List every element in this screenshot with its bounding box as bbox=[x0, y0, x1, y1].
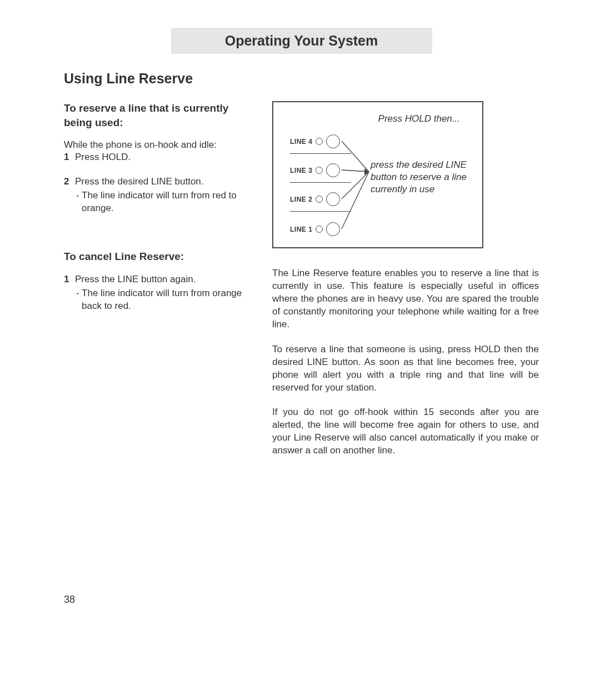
cancel-step-1: 1 Press the LINE button again. bbox=[64, 274, 247, 285]
cancel-step-1-sub: - The line indicator will turn from oran… bbox=[82, 287, 247, 313]
svg-line-2 bbox=[342, 172, 369, 199]
header-band: Operating Your System bbox=[171, 28, 432, 54]
reserve-step-2-sub: - The line indicator will turn from red … bbox=[82, 189, 247, 215]
svg-line-0 bbox=[342, 141, 369, 172]
paragraph-3: If you do not go off-hook within 15 seco… bbox=[272, 406, 539, 457]
step-number: 1 bbox=[64, 274, 72, 285]
diagram-callout: press the desired LINE button to reserve… bbox=[371, 159, 471, 196]
manual-page: Operating Your System Using Line Reserve… bbox=[0, 0, 600, 700]
paragraph-2: To reserve a line that someone is using,… bbox=[272, 343, 539, 394]
left-column: To reserve a line that is cur­rently bei… bbox=[64, 101, 247, 469]
line-diagram: Press HOLD then... LINE 4 LINE 3 LINE 2 bbox=[272, 101, 483, 248]
step-number: 1 bbox=[64, 152, 72, 163]
page-number: 38 bbox=[64, 594, 75, 606]
page-title: Using Line Reserve bbox=[64, 71, 539, 87]
right-column: Press HOLD then... LINE 4 LINE 3 LINE 2 bbox=[272, 101, 539, 469]
cancel-heading: To cancel Line Reserve: bbox=[64, 249, 247, 264]
reserve-step-1: 1 Press HOLD. bbox=[64, 152, 247, 163]
reserve-intro: While the phone is on-hook and idle: bbox=[64, 139, 247, 151]
reserve-step-2: 2 Press the desired LINE button. bbox=[64, 176, 247, 187]
reserve-heading: To reserve a line that is cur­rently bei… bbox=[64, 101, 247, 129]
header-title: Operating Your System bbox=[171, 33, 432, 49]
paragraph-1: The Line Reserve feature enables you to … bbox=[272, 267, 539, 331]
step-text: Press the LINE button again. bbox=[75, 274, 196, 285]
step-text: Press HOLD. bbox=[75, 152, 131, 163]
svg-line-3 bbox=[342, 172, 369, 229]
step-text: Press the desired LINE button. bbox=[75, 176, 204, 187]
content-columns: To reserve a line that is cur­rently bei… bbox=[64, 101, 539, 469]
step-number: 2 bbox=[64, 176, 72, 187]
